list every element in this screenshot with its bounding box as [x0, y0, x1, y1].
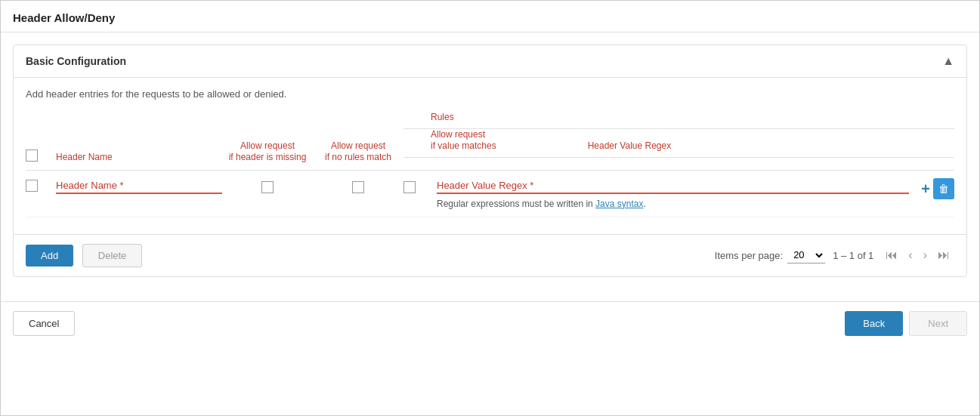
- header-value-regex-input[interactable]: [437, 178, 909, 194]
- cancel-button[interactable]: Cancel: [13, 311, 75, 336]
- footer-left-actions: Add Delete: [26, 244, 142, 267]
- java-syntax-note: Regular expressions must be written in J…: [437, 199, 909, 209]
- header-value-regex-label: Header Value Regex: [588, 140, 672, 151]
- rule-regex-cell: Regular expressions must be written in J…: [437, 178, 909, 209]
- page-info: 1 – 1 of 1: [833, 250, 873, 261]
- table-header-row: Header Name Allow request if header is m…: [26, 112, 954, 171]
- items-per-page-label: Items per page:: [715, 250, 783, 261]
- pagination-buttons: ⏮ ‹ › ⏭: [881, 245, 954, 265]
- basic-config-card: Basic Configuration ▲ Add header entries…: [13, 45, 967, 277]
- page-footer: Cancel Back Next: [1, 301, 979, 345]
- items-per-page: Items per page: 10 20 50 100: [715, 247, 825, 263]
- delete-rule-button[interactable]: 🗑: [933, 178, 954, 199]
- table-row: Regular expressions must be written in J…: [26, 171, 954, 217]
- rules-data-row: Regular expressions must be written in J…: [403, 178, 954, 209]
- card-description: Add header entries for the requests to b…: [26, 88, 954, 100]
- rule-checkbox-cell: [403, 178, 431, 196]
- allow-missing-checkbox[interactable]: [261, 181, 274, 193]
- add-button[interactable]: Add: [26, 245, 73, 267]
- delete-button[interactable]: Delete: [82, 244, 143, 267]
- rules-sub-col-regex: Header Value Regex: [588, 140, 901, 153]
- header-name-label: Header Name: [56, 152, 113, 162]
- prev-page-button[interactable]: ‹: [904, 245, 917, 265]
- first-page-button[interactable]: ⏮: [881, 245, 902, 265]
- select-all-checkbox[interactable]: [26, 149, 38, 162]
- rules-sub-col-val: Allow request if value matches: [431, 129, 588, 153]
- allow-if-value-label: Allow request if value matches: [431, 129, 588, 153]
- trash-icon: 🗑: [938, 183, 949, 195]
- col-header-allow-missing: Allow request if header is missing: [222, 140, 313, 164]
- back-button[interactable]: Back: [845, 311, 903, 336]
- rules-sub-header: Allow request if value matches Header Va…: [403, 129, 954, 158]
- first-page-icon: ⏮: [886, 248, 898, 262]
- add-rule-icon[interactable]: +: [921, 181, 930, 196]
- card-title: Basic Configuration: [26, 55, 126, 67]
- col-header-rules: Rules Allow request if value matches: [403, 112, 954, 164]
- last-page-icon: ⏭: [938, 248, 950, 262]
- rules-actions: + 🗑: [921, 178, 954, 199]
- allow-nomatch-label: Allow request if no rules match: [313, 140, 403, 164]
- rules-cell: Regular expressions must be written in J…: [403, 178, 954, 209]
- rule-value-checkbox[interactable]: [403, 181, 416, 193]
- next-page-icon: ›: [923, 248, 927, 262]
- card-footer: Add Delete Items per page: 10 20 50 100 …: [14, 234, 966, 276]
- col-header-name: Header Name: [56, 151, 222, 164]
- header-name-input[interactable]: [56, 178, 222, 194]
- prev-page-icon: ‹: [908, 248, 912, 262]
- col-header-checkbox: [26, 148, 56, 164]
- allow-missing-cell: [222, 178, 313, 193]
- card-header: Basic Configuration ▲: [14, 45, 966, 78]
- allow-nomatch-cell: [313, 178, 403, 193]
- config-table: Header Name Allow request if header is m…: [26, 112, 954, 217]
- java-syntax-link[interactable]: Java syntax: [595, 199, 643, 209]
- allow-nomatch-checkbox[interactable]: [352, 181, 364, 193]
- next-button: Next: [909, 311, 967, 336]
- collapse-icon[interactable]: ▲: [942, 54, 954, 68]
- next-page-button[interactable]: ›: [919, 245, 932, 265]
- rules-main-label: Rules: [431, 112, 454, 124]
- main-content: Basic Configuration ▲ Add header entries…: [1, 32, 979, 301]
- page-title: Header Allow/Deny: [1, 1, 979, 32]
- col-header-allow-nomatch: Allow request if no rules match: [313, 140, 403, 164]
- row-checkbox-cell: [26, 178, 56, 194]
- last-page-button[interactable]: ⏭: [933, 245, 954, 265]
- card-body: Add header entries for the requests to b…: [14, 78, 966, 228]
- header-name-cell: [56, 178, 222, 194]
- allow-missing-label: Allow request if header is missing: [222, 140, 313, 164]
- rules-main-label-row: Rules: [403, 112, 954, 129]
- row-checkbox[interactable]: [26, 180, 38, 192]
- pagination-area: Items per page: 10 20 50 100 1 – 1 of 1 …: [715, 245, 954, 265]
- footer-right-actions: Back Next: [845, 311, 967, 336]
- items-per-page-select[interactable]: 10 20 50 100: [787, 247, 825, 263]
